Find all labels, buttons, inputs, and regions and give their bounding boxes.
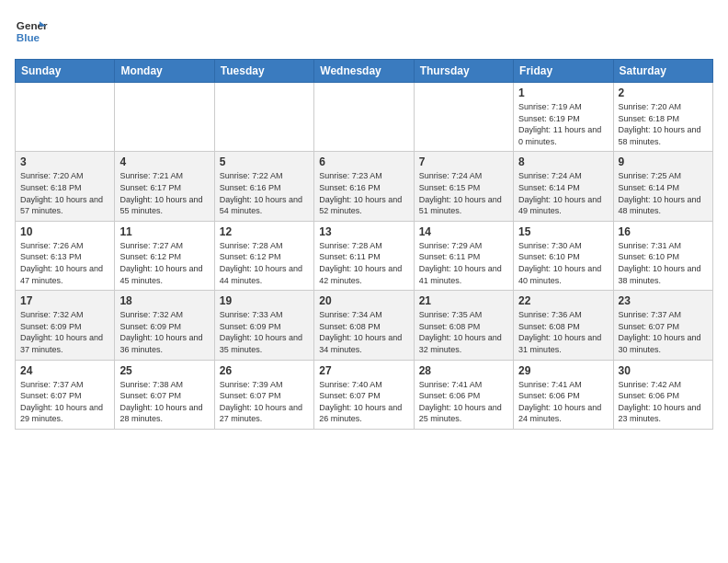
day-number: 20 [319,294,408,307]
calendar-cell: 9Sunrise: 7:25 AM Sunset: 6:14 PM Daylig… [613,152,712,221]
day-info: Sunrise: 7:23 AM Sunset: 6:16 PM Dayligh… [319,170,408,216]
day-number: 25 [119,364,209,377]
day-number: 1 [518,86,608,99]
day-info: Sunrise: 7:22 AM Sunset: 6:16 PM Dayligh… [220,170,309,216]
day-of-week-header: Friday [514,60,613,83]
day-info: Sunrise: 7:28 AM Sunset: 6:11 PM Dayligh… [319,240,408,286]
day-info: Sunrise: 7:21 AM Sunset: 6:17 PM Dayligh… [119,170,209,216]
calendar-cell: 4Sunrise: 7:21 AM Sunset: 6:17 PM Daylig… [115,152,214,221]
day-info: Sunrise: 7:40 AM Sunset: 6:07 PM Dayligh… [319,379,408,425]
day-number: 17 [20,294,109,307]
calendar-cell [16,83,115,152]
day-number: 16 [619,225,708,238]
calendar-cell: 27Sunrise: 7:40 AM Sunset: 6:07 PM Dayli… [314,360,414,429]
calendar-header-row: SundayMondayTuesdayWednesdayThursdayFrid… [16,60,713,83]
day-number: 19 [220,294,309,307]
day-info: Sunrise: 7:25 AM Sunset: 6:14 PM Dayligh… [619,170,708,216]
day-info: Sunrise: 7:29 AM Sunset: 6:11 PM Dayligh… [419,240,508,286]
day-number: 4 [119,155,209,168]
day-info: Sunrise: 7:31 AM Sunset: 6:10 PM Dayligh… [619,240,708,286]
calendar-week-row: 17Sunrise: 7:32 AM Sunset: 6:09 PM Dayli… [16,291,713,360]
day-info: Sunrise: 7:41 AM Sunset: 6:06 PM Dayligh… [419,379,508,425]
calendar-cell: 26Sunrise: 7:39 AM Sunset: 6:07 PM Dayli… [214,360,313,429]
calendar-cell: 2Sunrise: 7:20 AM Sunset: 6:18 PM Daylig… [613,83,712,152]
day-info: Sunrise: 7:24 AM Sunset: 6:14 PM Dayligh… [518,170,608,216]
day-number: 21 [419,294,508,307]
day-info: Sunrise: 7:36 AM Sunset: 6:08 PM Dayligh… [518,309,608,355]
calendar-cell: 28Sunrise: 7:41 AM Sunset: 6:06 PM Dayli… [414,360,513,429]
calendar-cell: 30Sunrise: 7:42 AM Sunset: 6:06 PM Dayli… [613,360,712,429]
day-info: Sunrise: 7:37 AM Sunset: 6:07 PM Dayligh… [619,309,708,355]
calendar-cell: 11Sunrise: 7:27 AM Sunset: 6:12 PM Dayli… [115,221,214,290]
day-number: 12 [220,225,309,238]
day-number: 10 [20,225,109,238]
calendar-cell: 15Sunrise: 7:30 AM Sunset: 6:10 PM Dayli… [514,221,613,290]
day-info: Sunrise: 7:42 AM Sunset: 6:06 PM Dayligh… [619,379,708,425]
day-info: Sunrise: 7:26 AM Sunset: 6:13 PM Dayligh… [20,240,109,286]
day-number: 26 [220,364,309,377]
calendar-cell: 17Sunrise: 7:32 AM Sunset: 6:09 PM Dayli… [16,291,115,360]
day-number: 6 [319,155,408,168]
day-number: 18 [119,294,209,307]
page-header: General Blue [15,15,713,48]
calendar-cell: 20Sunrise: 7:34 AM Sunset: 6:08 PM Dayli… [314,291,414,360]
day-number: 29 [518,364,608,377]
day-info: Sunrise: 7:41 AM Sunset: 6:06 PM Dayligh… [518,379,608,425]
day-info: Sunrise: 7:24 AM Sunset: 6:15 PM Dayligh… [419,170,508,216]
calendar-cell: 24Sunrise: 7:37 AM Sunset: 6:07 PM Dayli… [16,360,115,429]
day-info: Sunrise: 7:32 AM Sunset: 6:09 PM Dayligh… [119,309,209,355]
day-number: 27 [319,364,408,377]
day-number: 2 [619,86,708,99]
day-info: Sunrise: 7:27 AM Sunset: 6:12 PM Dayligh… [119,240,209,286]
calendar-cell: 14Sunrise: 7:29 AM Sunset: 6:11 PM Dayli… [414,221,513,290]
day-number: 7 [419,155,508,168]
day-number: 23 [619,294,708,307]
day-number: 28 [419,364,508,377]
day-info: Sunrise: 7:34 AM Sunset: 6:08 PM Dayligh… [319,309,408,355]
calendar-table: SundayMondayTuesdayWednesdayThursdayFrid… [15,59,713,430]
day-number: 30 [619,364,708,377]
logo-icon: General Blue [15,15,48,48]
day-number: 3 [20,155,109,168]
calendar-cell: 18Sunrise: 7:32 AM Sunset: 6:09 PM Dayli… [115,291,214,360]
day-of-week-header: Sunday [16,60,115,83]
calendar-cell: 3Sunrise: 7:20 AM Sunset: 6:18 PM Daylig… [16,152,115,221]
calendar-cell: 13Sunrise: 7:28 AM Sunset: 6:11 PM Dayli… [314,221,414,290]
day-info: Sunrise: 7:39 AM Sunset: 6:07 PM Dayligh… [220,379,309,425]
day-number: 8 [518,155,608,168]
calendar-cell: 16Sunrise: 7:31 AM Sunset: 6:10 PM Dayli… [613,221,712,290]
calendar-cell: 6Sunrise: 7:23 AM Sunset: 6:16 PM Daylig… [314,152,414,221]
calendar-cell [115,83,214,152]
calendar-cell: 23Sunrise: 7:37 AM Sunset: 6:07 PM Dayli… [613,291,712,360]
day-number: 15 [518,225,608,238]
calendar-cell: 19Sunrise: 7:33 AM Sunset: 6:09 PM Dayli… [214,291,313,360]
calendar-cell: 1Sunrise: 7:19 AM Sunset: 6:19 PM Daylig… [514,83,613,152]
calendar-cell: 7Sunrise: 7:24 AM Sunset: 6:15 PM Daylig… [414,152,513,221]
day-info: Sunrise: 7:20 AM Sunset: 6:18 PM Dayligh… [619,101,708,147]
day-info: Sunrise: 7:35 AM Sunset: 6:08 PM Dayligh… [419,309,508,355]
day-info: Sunrise: 7:28 AM Sunset: 6:12 PM Dayligh… [220,240,309,286]
calendar-cell: 29Sunrise: 7:41 AM Sunset: 6:06 PM Dayli… [514,360,613,429]
calendar-cell: 5Sunrise: 7:22 AM Sunset: 6:16 PM Daylig… [214,152,313,221]
day-info: Sunrise: 7:30 AM Sunset: 6:10 PM Dayligh… [518,240,608,286]
day-info: Sunrise: 7:37 AM Sunset: 6:07 PM Dayligh… [20,379,109,425]
calendar-cell: 12Sunrise: 7:28 AM Sunset: 6:12 PM Dayli… [214,221,313,290]
calendar-cell: 10Sunrise: 7:26 AM Sunset: 6:13 PM Dayli… [16,221,115,290]
calendar-cell: 22Sunrise: 7:36 AM Sunset: 6:08 PM Dayli… [514,291,613,360]
day-number: 22 [518,294,608,307]
calendar-week-row: 24Sunrise: 7:37 AM Sunset: 6:07 PM Dayli… [16,360,713,429]
day-info: Sunrise: 7:32 AM Sunset: 6:09 PM Dayligh… [20,309,109,355]
calendar-cell: 21Sunrise: 7:35 AM Sunset: 6:08 PM Dayli… [414,291,513,360]
day-of-week-header: Thursday [414,60,513,83]
logo: General Blue [15,15,48,48]
day-info: Sunrise: 7:33 AM Sunset: 6:09 PM Dayligh… [220,309,309,355]
calendar-cell [314,83,414,152]
calendar-cell: 25Sunrise: 7:38 AM Sunset: 6:07 PM Dayli… [115,360,214,429]
day-number: 24 [20,364,109,377]
day-of-week-header: Monday [115,60,214,83]
day-number: 5 [220,155,309,168]
day-info: Sunrise: 7:20 AM Sunset: 6:18 PM Dayligh… [20,170,109,216]
day-of-week-header: Tuesday [214,60,313,83]
calendar-week-row: 3Sunrise: 7:20 AM Sunset: 6:18 PM Daylig… [16,152,713,221]
day-number: 13 [319,225,408,238]
